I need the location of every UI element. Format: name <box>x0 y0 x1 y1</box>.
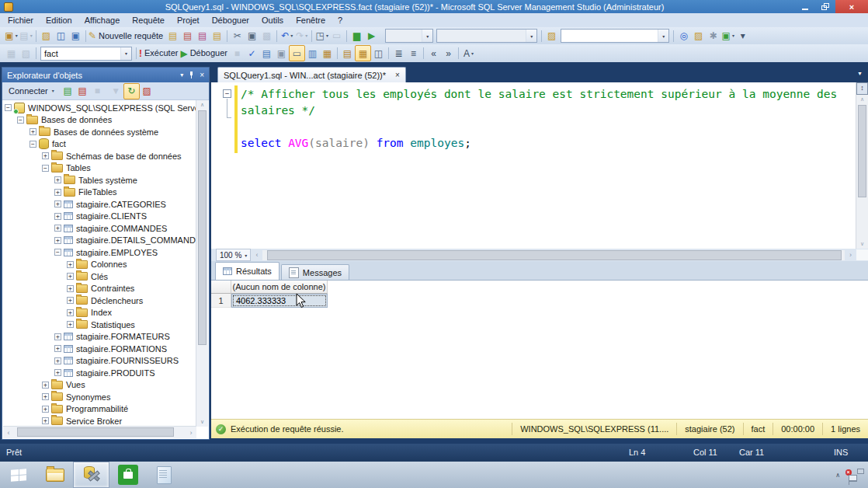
tree-item[interactable]: −Bases de données <box>2 114 196 127</box>
scroll-right-icon[interactable]: › <box>845 251 856 259</box>
toolbar-overflow-button[interactable]: ▾ <box>735 29 750 44</box>
open-template-button[interactable]: ▨ <box>691 29 706 44</box>
object-explorer-vertical-scrollbar[interactable]: ∧ ∨ <box>196 100 208 427</box>
intellisense-enabled-button[interactable]: ▣ <box>274 46 289 61</box>
debug-button[interactable]: ▶Déboguer <box>180 46 230 61</box>
expand-icon[interactable]: + <box>42 382 49 389</box>
tab-close-icon[interactable]: × <box>395 71 400 79</box>
scroll-up-icon[interactable]: ∧ <box>196 100 208 110</box>
results-to-grid-button[interactable]: ▦ <box>355 45 371 61</box>
expand-icon[interactable]: + <box>54 176 61 183</box>
windows-store-button[interactable] <box>109 462 146 488</box>
tree-item[interactable]: −Tables <box>2 162 196 175</box>
tree-item[interactable]: +Colonnes <box>2 259 196 271</box>
query-editor[interactable]: − /* Afficher tous les employés dont le … <box>211 82 868 249</box>
tree-item[interactable]: +Déclencheurs <box>2 295 196 307</box>
copy-button[interactable]: ▣ <box>245 29 259 44</box>
chevron-down-icon[interactable]: ▾ <box>120 47 131 60</box>
cut-button[interactable]: ✂ <box>230 29 245 44</box>
database-engine-query-button[interactable]: ▤ <box>165 29 180 44</box>
script-button[interactable]: ▨ <box>140 84 155 99</box>
auto-hide-pin-icon[interactable] <box>189 71 194 79</box>
menu-requ-te[interactable]: Requête <box>126 13 171 27</box>
expand-icon[interactable]: + <box>30 128 36 135</box>
tree-item[interactable]: −WINDOWS_SQL\SQLEXPRESS (SQL Server 11.0 <box>2 102 196 114</box>
close-panel-icon[interactable]: × <box>200 71 204 79</box>
tree-item[interactable]: +stagiaire.PRODUITS <box>2 367 196 379</box>
navigate-backward-button[interactable]: ◳▾ <box>314 29 329 44</box>
collapse-region-icon[interactable]: − <box>223 89 231 98</box>
tree-item[interactable]: −stagiaire.EMPLOYES <box>2 246 196 259</box>
scroll-left-icon[interactable]: ‹ <box>3 429 14 437</box>
chevron-down-icon[interactable]: ▾ <box>658 30 668 42</box>
expand-icon[interactable]: + <box>54 369 61 376</box>
editor-vertical-scrollbar[interactable]: ↕ ∧ ∨ <box>856 82 868 249</box>
expand-icon[interactable]: + <box>67 273 74 280</box>
tab-rsultats[interactable]: Résultats <box>215 262 279 280</box>
tab-messages[interactable]: Messages <box>281 264 349 280</box>
show-hidden-icons-icon[interactable]: ∧ <box>835 472 840 479</box>
menu-?[interactable]: ? <box>332 13 349 27</box>
scroll-down-icon[interactable]: ∨ <box>856 241 868 247</box>
window-layout-button[interactable]: ▣▾ <box>720 29 735 44</box>
scroll-left-icon[interactable]: ‹ <box>251 251 262 259</box>
tree-item[interactable]: +Programmabilité <box>2 403 196 416</box>
collapse-icon[interactable]: − <box>5 104 12 111</box>
chevron-down-icon[interactable]: ▾ <box>422 30 432 42</box>
connect-button[interactable]: Connecter▾ <box>6 84 54 99</box>
expand-icon[interactable]: + <box>42 393 49 400</box>
menu-outils[interactable]: Outils <box>255 13 290 27</box>
tree-item[interactable]: +stagiaire.CLIENTS <box>2 211 196 223</box>
menu-projet[interactable]: Projet <box>171 13 206 27</box>
new-query-button[interactable]: ✎Nouvelle requête <box>89 29 165 44</box>
undo-button[interactable]: ↶▾ <box>279 29 294 44</box>
expand-icon[interactable]: + <box>54 237 61 244</box>
sqlcmd-mode-button[interactable]: ▥ <box>305 46 320 61</box>
comment-selection-button[interactable]: ≣ <box>391 46 406 61</box>
results-pane-toggle-button[interactable]: ▭ <box>289 45 305 61</box>
uncomment-selection-button[interactable]: ≡ <box>406 46 421 61</box>
expand-icon[interactable]: + <box>54 225 61 232</box>
collapse-icon[interactable]: − <box>42 165 49 172</box>
scrollbar-thumb[interactable] <box>267 250 842 260</box>
expand-icon[interactable]: + <box>54 357 61 364</box>
tree-item[interactable]: +Synonymes <box>2 391 196 403</box>
expand-icon[interactable]: + <box>67 261 74 268</box>
tree-item[interactable]: +Bases de données système <box>2 126 196 138</box>
tree-item[interactable]: +Index <box>2 307 196 319</box>
grid-column-header[interactable]: (Aucun nom de colonne) <box>231 281 328 294</box>
grid-cell-selected[interactable]: 4062.333333 <box>231 294 328 308</box>
expand-icon[interactable]: + <box>67 321 74 328</box>
expand-icon[interactable]: + <box>42 406 49 413</box>
results-to-file-button[interactable]: ◫ <box>371 46 386 61</box>
template-explorer-button[interactable]: ▨ <box>544 29 559 44</box>
tree-item[interactable]: +stagiaire.COMMANDES <box>2 222 196 235</box>
menu-d-boguer[interactable]: Déboguer <box>206 13 255 27</box>
window-position-icon[interactable]: ▾ <box>180 71 183 78</box>
tree-item[interactable]: −fact <box>2 138 196 151</box>
tree-item[interactable]: +Statistiques <box>2 319 196 331</box>
expand-icon[interactable]: + <box>67 285 74 292</box>
scroll-up-icon[interactable]: ∧ <box>856 95 868 104</box>
tree-item[interactable]: +Vues <box>2 379 196 392</box>
expand-icon[interactable]: + <box>54 189 61 196</box>
tree-item[interactable]: +Contraintes <box>2 283 196 295</box>
expand-icon[interactable]: + <box>42 152 49 159</box>
refresh-button[interactable]: ↻ <box>123 83 140 99</box>
expand-icon[interactable]: + <box>67 309 74 316</box>
find-combo-combo[interactable]: ▾ <box>561 29 669 43</box>
results-to-text-button[interactable]: ▤ <box>340 46 355 61</box>
object-explorer-horizontal-scrollbar[interactable]: ‹ › <box>3 426 196 438</box>
analysis-services-xmla-query-button[interactable]: ▤ <box>210 29 224 44</box>
chevron-down-icon[interactable]: ▾ <box>526 30 536 42</box>
grid-row-header[interactable]: 1 <box>211 294 231 308</box>
notepad-button[interactable] <box>146 462 182 488</box>
open-file-button[interactable]: ▨ <box>39 29 54 44</box>
menu-affichage[interactable]: Affichage <box>78 13 127 27</box>
file-explorer-button[interactable] <box>36 462 73 488</box>
available-databases-combo[interactable]: fact▾ <box>40 47 132 61</box>
minimize-button[interactable] <box>795 0 815 13</box>
grid-corner-cell[interactable] <box>211 281 231 294</box>
tree-item[interactable]: +Clés <box>2 270 196 283</box>
analysis-services-dmx-query-button[interactable]: ▤ <box>195 29 210 44</box>
